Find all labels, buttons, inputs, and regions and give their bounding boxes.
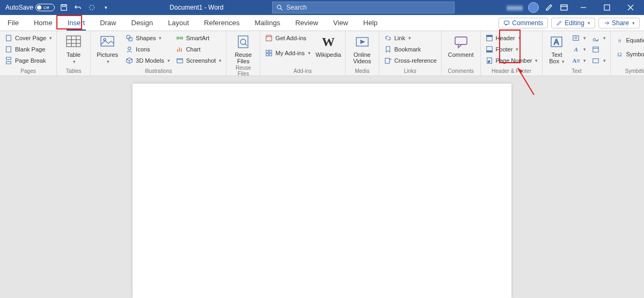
icons-button[interactable]: Icons <box>125 44 170 54</box>
group-tables: Table▾ Tables <box>57 31 91 76</box>
object-button[interactable]: ▾ <box>591 56 606 65</box>
share-button[interactable]: Share▾ <box>598 18 640 28</box>
chevron-down-icon: ▾ <box>518 35 521 41</box>
ribbon-tabs: File Home Insert Draw Design Layout Refe… <box>0 15 644 31</box>
autosave-toggle[interactable]: AutoSave Off <box>5 4 55 11</box>
tab-design[interactable]: Design <box>124 15 160 31</box>
collapse-ribbon-button[interactable]: ˄ <box>639 69 642 74</box>
tab-home[interactable]: Home <box>26 15 60 31</box>
text-box-icon: A <box>548 33 565 50</box>
close-button[interactable] <box>621 0 640 15</box>
pictures-button[interactable]: Pictures▾ <box>95 33 120 65</box>
symbol-button[interactable]: ΩSymbol▾ <box>615 49 644 59</box>
chevron-down-icon: ▾ <box>159 35 162 41</box>
maximize-button[interactable] <box>598 0 616 15</box>
autosave-label: AutoSave <box>5 4 33 11</box>
table-button[interactable]: Table▾ <box>61 33 86 65</box>
svg-point-3 <box>277 5 281 9</box>
undo-icon[interactable] <box>73 3 83 12</box>
svg-rect-38 <box>266 50 268 53</box>
chevron-down-icon: ▾ <box>632 20 635 26</box>
date-time-button[interactable] <box>591 44 606 54</box>
chevron-down-icon: ▾ <box>516 47 518 52</box>
reuse-files-button[interactable]: Reuse Files <box>231 33 255 64</box>
get-addins-button[interactable]: Get Add-ins <box>265 33 310 43</box>
quick-parts-button[interactable]: ▾ <box>572 33 586 43</box>
ribbon-insert: Cover Page▾ Blank Page Page Break Pages … <box>0 31 644 76</box>
svg-rect-13 <box>6 47 11 53</box>
svg-rect-32 <box>177 59 182 63</box>
link-icon <box>384 34 392 42</box>
svg-rect-37 <box>266 36 272 41</box>
account-avatar[interactable] <box>528 2 539 13</box>
table-icon <box>65 33 82 50</box>
page-break-button[interactable]: Page Break <box>4 56 52 65</box>
group-comments: Comment Comments <box>442 31 481 76</box>
icons-icon <box>125 45 134 54</box>
tab-references[interactable]: References <box>196 15 247 31</box>
ribbon-display-icon[interactable] <box>559 3 569 12</box>
tab-review[interactable]: Review <box>288 15 326 31</box>
document-canvas <box>0 76 644 298</box>
svg-rect-11 <box>504 21 509 24</box>
wikipedia-button[interactable]: W Wikipedia <box>316 33 341 58</box>
svg-point-2 <box>90 5 94 10</box>
chevron-down-icon: ▾ <box>167 58 170 63</box>
signature-line-button[interactable]: ▾ <box>591 33 606 43</box>
page-icon <box>4 45 13 54</box>
online-videos-button[interactable]: Online Videos <box>350 33 375 64</box>
chevron-down-icon: ▾ <box>535 58 538 63</box>
screenshot-button[interactable]: Screenshot▾ <box>175 56 222 65</box>
tab-file[interactable]: File <box>0 15 26 31</box>
svg-rect-14 <box>6 57 11 59</box>
cross-reference-button[interactable]: Cross-reference <box>384 56 437 65</box>
editing-mode-button[interactable]: Editing▾ <box>551 18 595 28</box>
document-page[interactable] <box>133 84 511 298</box>
date-icon <box>591 45 600 54</box>
account-name: ▮▮▮▮▮ <box>507 4 523 11</box>
comments-button[interactable]: Comments <box>499 18 548 28</box>
search-input[interactable]: Search <box>272 2 455 13</box>
tab-layout[interactable]: Layout <box>160 15 196 31</box>
tab-mailings[interactable]: Mailings <box>247 15 288 31</box>
footer-button[interactable]: Footer▾ <box>485 44 538 54</box>
link-button[interactable]: Link▾ <box>384 33 437 43</box>
wordart-button[interactable]: A▾ <box>572 44 586 54</box>
tab-draw[interactable]: Draw <box>92 15 123 31</box>
tab-help[interactable]: Help <box>356 15 385 31</box>
svg-point-23 <box>127 35 130 39</box>
text-box-button[interactable]: A Text Box ▾ <box>547 33 566 65</box>
tab-insert[interactable]: Insert <box>60 15 93 31</box>
group-illustrations: Pictures▾ Shapes▾ Icons 3D Models▾ Smart… <box>91 31 226 76</box>
blank-page-button[interactable]: Blank Page <box>4 44 52 54</box>
equation-button[interactable]: πEquation▾ <box>615 35 644 45</box>
bookmark-icon <box>384 45 392 54</box>
comment-button[interactable]: Comment <box>446 33 476 58</box>
tab-view[interactable]: View <box>326 15 356 31</box>
svg-rect-8 <box>604 5 610 10</box>
addins-icon <box>265 49 273 57</box>
svg-point-25 <box>128 47 130 50</box>
header-button[interactable]: Header▾ <box>485 33 538 43</box>
svg-point-22 <box>104 39 106 41</box>
cover-page-button[interactable]: Cover Page▾ <box>4 33 52 43</box>
svg-rect-15 <box>6 62 11 64</box>
drop-cap-button[interactable]: A≡▾ <box>572 56 586 65</box>
bookmark-button[interactable]: Bookmark <box>384 44 437 54</box>
page-break-icon <box>4 56 13 65</box>
qat-customize-icon[interactable]: ▾ <box>101 3 111 12</box>
page-number-button[interactable]: #Page Number▾ <box>485 56 538 65</box>
shapes-button[interactable]: Shapes▾ <box>125 33 170 43</box>
chart-button[interactable]: Chart <box>175 44 222 54</box>
minimize-button[interactable] <box>574 0 592 15</box>
header-icon <box>485 34 494 42</box>
smartart-button[interactable]: SmartArt <box>175 33 222 43</box>
save-icon[interactable] <box>59 3 69 12</box>
pen-icon[interactable] <box>544 3 554 12</box>
redo-icon[interactable] <box>87 3 97 12</box>
chevron-down-icon: ▾ <box>73 59 76 64</box>
my-addins-button[interactable]: My Add-ins▾ <box>265 48 310 58</box>
3d-models-button[interactable]: 3D Models▾ <box>125 56 170 65</box>
svg-line-36 <box>245 43 247 46</box>
group-media: Online Videos Media <box>346 31 379 76</box>
